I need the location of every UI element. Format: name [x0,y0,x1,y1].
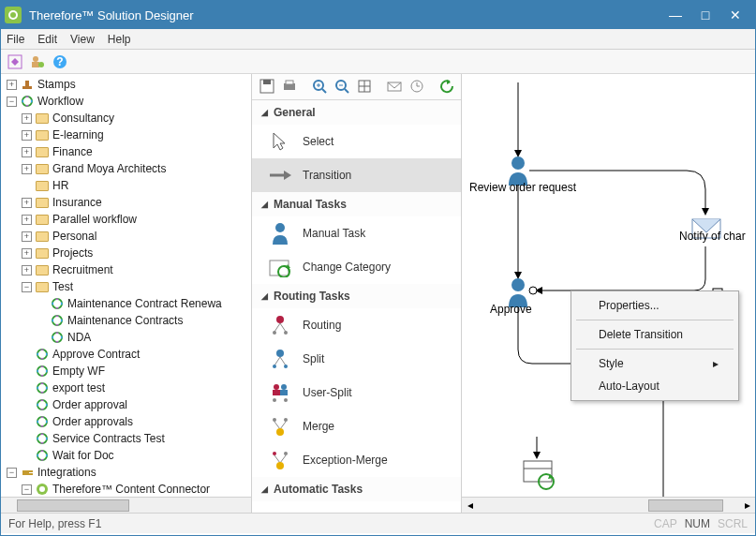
svg-line-72 [280,455,286,463]
tree-stamps[interactable]: +Stamps [5,76,251,93]
tree-wf-3[interactable]: Order approval [20,396,251,413]
group-manual[interactable]: ◢Manual Tasks [252,192,461,216]
ctx-style[interactable]: Style▸ [574,352,735,375]
tree-folder-9[interactable]: +Recruitment [20,261,251,278]
tree-wf-1[interactable]: Empty WF [20,363,251,380]
maximize-button[interactable]: □ [699,7,712,22]
undo-icon[interactable] [439,79,454,96]
tree-label: Recruitment [52,261,113,278]
tree-wf-test-2[interactable]: NDA [35,329,251,346]
workflow-icon [51,331,64,344]
group-automatic[interactable]: ◢Automatic Tasks [252,477,461,501]
status-num: NUM [685,517,710,530]
tree-wf-test-1[interactable]: Maintenance Contracts [35,312,251,329]
palette-merge[interactable]: Merge [252,409,461,443]
palette-change-category[interactable]: Change Category [252,250,461,284]
tree-label: E-learning [52,127,104,143]
tree-wf-5[interactable]: Service Contracts Test [20,430,251,447]
tree-integrations[interactable]: −Integrations [5,464,251,481]
tree-folder-test[interactable]: −Test [20,278,251,295]
exception-merge-icon [269,449,291,471]
canvas-horizontal-scrollbar[interactable]: ◂▸ [462,497,755,513]
tree-label: Maintenance Contracts [67,312,183,329]
clock-icon[interactable] [409,79,424,96]
tree-wf-0[interactable]: Approve Contract [20,346,251,363]
tree-folder-2[interactable]: +Finance [20,143,251,160]
menu-file[interactable]: File [7,33,24,46]
fit-icon[interactable] [357,79,372,96]
palette-exception-merge[interactable]: Exception-Merge [252,443,461,477]
zoom-in-icon[interactable] [312,79,327,96]
tree-wf-2[interactable]: export test [20,380,251,396]
tree-horizontal-scrollbar[interactable] [1,497,251,513]
title-bar: Therefore™ Solution Designer ― □ ✕ [1,1,755,29]
svg-point-52 [284,331,288,335]
folder-icon [36,215,49,225]
mail-icon[interactable] [387,79,402,96]
save-icon[interactable] [259,79,274,96]
palette-split-label: Split [303,352,324,365]
ctx-auto-layout[interactable]: Auto-Layout [574,375,735,397]
tree-label: Grand Moya Architects [52,160,166,177]
tree-label: Order approval [52,396,127,413]
folder-icon [36,282,49,292]
palette-manual-task[interactable]: Manual Task [252,216,461,250]
palette-manual-task-label: Manual Task [303,227,365,240]
tree-connector[interactable]: −Therefore™ Content Connector [20,481,251,498]
svg-point-68 [276,428,284,436]
zoom-out-icon[interactable] [334,79,349,96]
palette-transition[interactable]: Transition [252,158,461,192]
tree-folder-7[interactable]: +Personal [20,228,251,245]
close-button[interactable]: ✕ [729,7,742,22]
tree-folder-1[interactable]: +E-learning [20,127,251,143]
menu-edit[interactable]: Edit [37,33,57,46]
window-title: Therefore™ Solution Designer [29,8,669,22]
tree-label: export test [52,380,105,396]
workflow-canvas[interactable]: Review order request Approve Notify of c… [462,74,755,513]
design-icon[interactable] [7,53,23,70]
group-general[interactable]: ◢General [252,100,461,125]
palette-user-split[interactable]: User-Split [252,376,461,409]
svg-point-10 [22,97,32,106]
palette-pane: ◢General Select Transition ◢Manual Tasks… [252,74,462,513]
help-icon[interactable]: ? [52,53,68,70]
menu-view[interactable]: View [70,33,95,46]
minimize-button[interactable]: ― [669,7,682,22]
tree-label: Stamps [37,76,76,93]
tree-workflow[interactable]: −Workflow [5,93,251,110]
tree-folder-8[interactable]: +Projects [20,245,251,261]
svg-point-19 [37,434,47,443]
svg-rect-8 [22,86,32,89]
ctx-delete-transition[interactable]: Delete Transition [574,323,735,346]
palette-select[interactable]: Select [252,125,461,158]
workflow-icon [36,365,49,378]
palette-split[interactable]: Split [252,342,461,376]
tree-label: Parallel workflow [52,211,137,228]
tree-folder-0[interactable]: +Consultancy [20,110,251,127]
tree-label: Test [52,278,73,295]
tree-folder-4[interactable]: HR [20,177,251,194]
project-tree[interactable]: +Stamps−Workflow+Consultancy+E-learning+… [3,76,251,498]
tree-folder-6[interactable]: +Parallel workflow [20,211,251,228]
tree-label: Projects [52,245,93,261]
users-icon[interactable] [29,53,46,70]
tree-wf-test-0[interactable]: Maintenance Contract Renewa [35,295,251,312]
tree-folder-3[interactable]: +Grand Moya Architects [20,160,251,177]
group-routing[interactable]: ◢Routing Tasks [252,284,461,308]
print-icon[interactable] [282,79,297,96]
menu-help[interactable]: Help [108,33,131,46]
tree-wf-6[interactable]: Wait for Doc [20,447,251,464]
palette-routing[interactable]: Routing [252,308,461,342]
folder-icon [36,147,49,157]
ctx-properties[interactable]: Properties... [574,294,735,317]
tree-label: Integrations [37,464,96,481]
tree-wf-4[interactable]: Order approvals [20,413,251,430]
tree-label: Finance [52,143,93,160]
workflow-icon [36,348,49,361]
svg-point-62 [273,398,276,402]
tree-folder-5[interactable]: +Insurance [20,194,251,211]
palette-merge-label: Merge [303,420,334,433]
svg-point-15 [37,366,47,376]
svg-point-69 [273,452,276,455]
workflow-icon [51,297,64,310]
